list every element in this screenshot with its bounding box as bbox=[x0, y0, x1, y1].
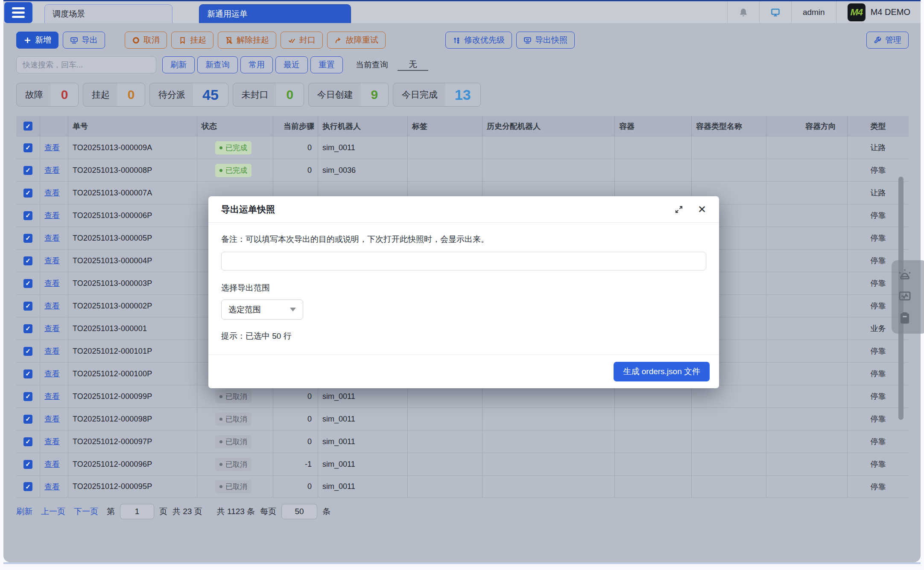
row-checkbox[interactable]: ✓ bbox=[23, 392, 32, 401]
row-checkbox[interactable]: ✓ bbox=[23, 211, 32, 220]
view-link[interactable]: 查看 bbox=[44, 346, 60, 356]
column-header-6[interactable]: 容器 bbox=[615, 116, 692, 136]
clipboard-icon bbox=[898, 311, 911, 324]
notifications-button[interactable] bbox=[727, 1, 759, 23]
view-link[interactable]: 查看 bbox=[44, 323, 60, 334]
column-header-9[interactable]: 类型 bbox=[848, 116, 909, 136]
row-checkbox[interactable]: ✓ bbox=[23, 437, 32, 446]
column-header-8[interactable]: 容器方向 bbox=[766, 116, 848, 136]
search-action-button-2[interactable]: 常用 bbox=[240, 56, 273, 73]
search-action-button-4[interactable]: 重置 bbox=[310, 56, 343, 73]
view-link[interactable]: 查看 bbox=[44, 210, 60, 221]
current-step-cell: 0 bbox=[273, 385, 318, 407]
toolbar-button-bookmark-off[interactable]: 解除挂起 bbox=[218, 32, 276, 49]
row-checkbox[interactable]: ✓ bbox=[23, 460, 32, 469]
row-checkbox[interactable]: ✓ bbox=[23, 234, 32, 243]
column-header-7[interactable]: 容器类型名称 bbox=[692, 116, 766, 136]
monitor-button[interactable] bbox=[759, 1, 791, 23]
view-link[interactable]: 查看 bbox=[44, 165, 60, 175]
view-cell: 查看 bbox=[40, 250, 68, 272]
view-link[interactable]: 查看 bbox=[44, 233, 60, 243]
pager-prev-link[interactable]: 上一页 bbox=[41, 506, 65, 517]
manage-button[interactable]: 管理 bbox=[866, 32, 909, 49]
row-checkbox[interactable]: ✓ bbox=[23, 415, 32, 424]
view-link[interactable]: 查看 bbox=[44, 436, 60, 447]
pager-next-link[interactable]: 下一页 bbox=[74, 506, 98, 517]
order-number-cell: TO20251012-000096P bbox=[68, 453, 197, 475]
counter-value: 9 bbox=[361, 83, 388, 106]
tab-dispatch-scene[interactable]: 调度场景 bbox=[44, 4, 173, 23]
status-counters: 故障0挂起0待分派45未封口0今日创建9今日完成13 bbox=[16, 83, 909, 107]
select-all-checkbox[interactable]: ✓ bbox=[23, 122, 32, 131]
view-link[interactable]: 查看 bbox=[44, 414, 60, 424]
column-header-4[interactable]: 标签 bbox=[408, 116, 482, 136]
row-checkbox[interactable]: ✓ bbox=[23, 482, 32, 491]
view-link[interactable]: 查看 bbox=[44, 278, 60, 288]
table-header-row: ✓单号状态当前步骤执行机器人标签历史分配机器人容器容器类型名称容器方向类型 bbox=[16, 116, 909, 136]
view-link[interactable]: 查看 bbox=[44, 301, 60, 311]
status-badge: 已取消 bbox=[215, 458, 251, 471]
search-action-button-3[interactable]: 最近 bbox=[275, 56, 308, 73]
view-link[interactable]: 查看 bbox=[44, 188, 60, 198]
view-link[interactable]: 查看 bbox=[44, 256, 60, 266]
generate-orders-json-button[interactable]: 生成 orders.json 文件 bbox=[614, 362, 710, 381]
current-query-value[interactable]: 无 bbox=[398, 59, 428, 71]
row-checkbox[interactable]: ✓ bbox=[23, 143, 32, 152]
column-header-1[interactable]: 状态 bbox=[197, 116, 273, 136]
bell-icon bbox=[739, 8, 748, 17]
tab-new-transport-order[interactable]: 新通用运单 bbox=[199, 4, 351, 23]
row-checkbox[interactable]: ✓ bbox=[23, 347, 32, 356]
column-header-2[interactable]: 当前步骤 bbox=[273, 116, 318, 136]
button-label: 修改优先级 bbox=[464, 35, 505, 46]
status-cell: 已取消 bbox=[197, 385, 273, 407]
row-checkbox[interactable]: ✓ bbox=[23, 324, 32, 333]
row-checkbox[interactable]: ✓ bbox=[23, 166, 32, 175]
toolbar-button-plus[interactable]: 新增 bbox=[16, 32, 58, 49]
pager-refresh-link[interactable]: 刷新 bbox=[16, 506, 32, 517]
user-menu[interactable]: admin bbox=[791, 1, 836, 23]
column-header-3[interactable]: 执行机器人 bbox=[318, 116, 408, 136]
status-counter[interactable]: 故障0 bbox=[16, 83, 79, 107]
close-icon[interactable]: ✕ bbox=[698, 204, 706, 215]
column-header-0[interactable]: 单号 bbox=[68, 116, 197, 136]
view-link[interactable]: 查看 bbox=[44, 142, 60, 153]
toolbar-button-stop[interactable]: 取消 bbox=[125, 32, 167, 49]
siren-button[interactable] bbox=[898, 268, 911, 282]
status-counter[interactable]: 待分派45 bbox=[149, 83, 228, 107]
toolbar-button-bookmark[interactable]: 挂起 bbox=[171, 32, 213, 49]
status-counter[interactable]: 今日创建9 bbox=[308, 83, 389, 107]
row-checkbox[interactable]: ✓ bbox=[23, 302, 32, 311]
history-robot-cell bbox=[482, 430, 615, 453]
container-direction-cell bbox=[766, 227, 848, 249]
per-page-input[interactable] bbox=[281, 504, 317, 519]
row-checkbox[interactable]: ✓ bbox=[23, 369, 32, 378]
search-input[interactable] bbox=[16, 56, 156, 73]
expand-icon[interactable] bbox=[675, 205, 683, 214]
monitor-pulse-button[interactable] bbox=[898, 290, 911, 304]
export-range-select[interactable]: 选定范围 bbox=[221, 300, 303, 320]
hamburger-menu-button[interactable] bbox=[4, 2, 32, 23]
snapshot-note-input[interactable] bbox=[221, 252, 706, 270]
counter-label: 今日创建 bbox=[309, 89, 361, 101]
row-checkbox[interactable]: ✓ bbox=[23, 279, 32, 288]
search-action-button-0[interactable]: 刷新 bbox=[162, 56, 195, 73]
status-counter[interactable]: 挂起0 bbox=[83, 83, 145, 107]
tag-cell bbox=[408, 159, 482, 181]
toolbar-button-double-check[interactable]: 封口 bbox=[281, 32, 323, 49]
page-number-input[interactable] bbox=[120, 504, 154, 519]
column-header-5[interactable]: 历史分配机器人 bbox=[482, 116, 615, 136]
clipboard-button[interactable] bbox=[898, 311, 911, 326]
toolbar-button-export[interactable]: 导出 bbox=[63, 32, 105, 49]
row-checkbox[interactable]: ✓ bbox=[23, 256, 32, 265]
toolbar-button-priority[interactable]: 修改优先级 bbox=[445, 32, 512, 49]
search-action-button-1[interactable]: 新查询 bbox=[197, 56, 238, 73]
view-link[interactable]: 查看 bbox=[44, 459, 60, 469]
view-link[interactable]: 查看 bbox=[44, 482, 60, 492]
status-counter[interactable]: 今日完成13 bbox=[393, 83, 481, 107]
row-checkbox[interactable]: ✓ bbox=[23, 189, 32, 198]
toolbar-button-retry[interactable]: 故障重试 bbox=[327, 32, 386, 49]
view-link[interactable]: 查看 bbox=[44, 391, 60, 401]
view-link[interactable]: 查看 bbox=[44, 369, 60, 379]
status-counter[interactable]: 未封口0 bbox=[233, 83, 304, 107]
toolbar-button-export[interactable]: 导出快照 bbox=[516, 32, 575, 49]
